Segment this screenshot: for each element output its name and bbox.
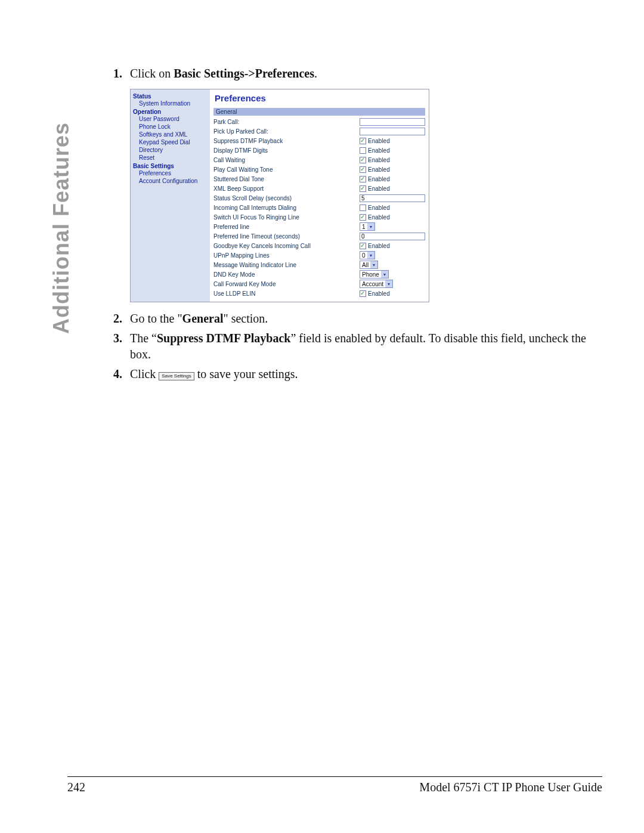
text-bold: Suppress DTMF Playback bbox=[157, 332, 290, 345]
checkbox-suppress-dtmf-playback[interactable] bbox=[360, 138, 366, 144]
row-play-call-waiting-tone: Play Call Waiting Tone Enabled bbox=[213, 165, 425, 174]
input-park-call[interactable] bbox=[360, 118, 425, 126]
checkbox-label: Enabled bbox=[368, 243, 390, 249]
checkbox-stuttered-dial-tone[interactable] bbox=[360, 176, 366, 182]
label-suppress-dtmf-playback: Suppress DTMF Playback bbox=[213, 138, 360, 144]
label-upnp-mapping-lines: UPnP Mapping Lines bbox=[213, 252, 360, 259]
label-xml-beep-support: XML Beep Support bbox=[213, 185, 360, 192]
text-bold: General bbox=[182, 312, 224, 325]
checkbox-label: Enabled bbox=[368, 176, 390, 182]
nav-item-account-configuration[interactable]: Account Configuration bbox=[139, 177, 208, 185]
row-call-waiting: Call Waiting Enabled bbox=[213, 155, 425, 165]
text-fragment: Go to the " bbox=[130, 312, 182, 325]
checkbox-xml-beep-support[interactable] bbox=[360, 185, 366, 192]
checkbox-label: Enabled bbox=[368, 147, 390, 154]
row-stuttered-dial-tone: Stuttered Dial Tone Enabled bbox=[213, 174, 425, 184]
checkbox-incoming-call-interrupts-dialing[interactable] bbox=[360, 205, 366, 211]
step-number: 3. bbox=[113, 330, 130, 363]
label-switch-ui-focus: Switch UI Focus To Ringing Line bbox=[213, 214, 360, 221]
row-suppress-dtmf-playback: Suppress DTMF Playback Enabled bbox=[213, 136, 425, 145]
nav-section-basic-settings: Basic Settings bbox=[133, 163, 208, 169]
label-use-lldp-elin: Use LLDP ELIN bbox=[213, 290, 360, 297]
label-display-dtmf-digits: Display DTMF Digits bbox=[213, 147, 360, 154]
checkbox-display-dtmf-digits[interactable] bbox=[360, 147, 366, 154]
chevron-down-icon: ▾ bbox=[367, 223, 374, 230]
input-preferred-line-timeout[interactable]: 0 bbox=[360, 233, 425, 240]
preferences-panel: Preferences General Park Call: Pick Up P… bbox=[210, 89, 429, 302]
select-preferred-line[interactable]: 1▾ bbox=[360, 222, 375, 231]
step-number: 1. bbox=[113, 66, 130, 82]
instruction-list: 1. Click on Basic Settings->Preferences. bbox=[113, 66, 602, 82]
row-display-dtmf-digits: Display DTMF Digits Enabled bbox=[213, 145, 425, 155]
save-settings-button[interactable]: Save Settings bbox=[159, 372, 194, 380]
page: Additional Features 1. Click on Basic Se… bbox=[0, 0, 644, 833]
step-text: Click Save Settings to save your setting… bbox=[130, 366, 298, 382]
row-park-call: Park Call: bbox=[213, 117, 425, 126]
step-number: 4. bbox=[113, 366, 130, 382]
nav-item-preferences[interactable]: Preferences bbox=[139, 169, 208, 177]
page-footer: 242 Model 6757i CT IP Phone User Guide bbox=[67, 776, 602, 794]
label-stuttered-dial-tone: Stuttered Dial Tone bbox=[213, 176, 360, 182]
checkbox-call-waiting[interactable] bbox=[360, 157, 366, 163]
text-fragment: The “ bbox=[130, 332, 157, 345]
select-value: Phone bbox=[362, 271, 379, 278]
nav-item-system-information[interactable]: System Information bbox=[139, 100, 208, 107]
checkbox-play-call-waiting-tone[interactable] bbox=[360, 166, 366, 173]
row-switch-ui-focus: Switch UI Focus To Ringing Line Enabled bbox=[213, 212, 425, 222]
checkbox-label: Enabled bbox=[368, 214, 390, 221]
checkbox-label: Enabled bbox=[368, 166, 390, 173]
nav-item-keypad-speed-dial[interactable]: Keypad Speed Dial bbox=[139, 138, 208, 146]
nav-item-user-password[interactable]: User Password bbox=[139, 115, 208, 123]
row-status-scroll-delay: Status Scroll Delay (seconds) 5 bbox=[213, 193, 425, 203]
text-fragment: Click on bbox=[130, 67, 174, 80]
row-mwi-line: Message Waiting Indicator Line All▾ bbox=[213, 260, 425, 270]
row-upnp-mapping-lines: UPnP Mapping Lines 0▾ bbox=[213, 250, 425, 260]
checkbox-switch-ui-focus[interactable] bbox=[360, 214, 366, 221]
nav-section-operation: Operation bbox=[133, 109, 208, 115]
input-pick-up-parked-call[interactable] bbox=[360, 128, 425, 135]
label-status-scroll-delay: Status Scroll Delay (seconds) bbox=[213, 195, 360, 202]
text-fragment: Click bbox=[130, 367, 159, 380]
checkbox-label: Enabled bbox=[368, 185, 390, 192]
select-dnd-key-mode[interactable]: Phone▾ bbox=[360, 270, 389, 278]
select-mwi-line[interactable]: All▾ bbox=[360, 261, 378, 269]
label-incoming-call-interrupts-dialing: Incoming Call Interrupts Dialing bbox=[213, 205, 360, 211]
checkbox-use-lldp-elin[interactable] bbox=[360, 290, 366, 297]
panel-title: Preferences bbox=[215, 93, 425, 103]
guide-title: Model 6757i CT IP Phone User Guide bbox=[419, 781, 602, 794]
row-preferred-line-timeout: Preferred line Timeout (seconds) 0 bbox=[213, 231, 425, 241]
row-preferred-line: Preferred line 1▾ bbox=[213, 222, 425, 231]
select-value: 1 bbox=[362, 224, 366, 230]
label-call-forward-key-mode: Call Forward Key Mode bbox=[213, 281, 360, 287]
nav-item-softkeys-xml[interactable]: Softkeys and XML bbox=[139, 131, 208, 138]
input-status-scroll-delay[interactable]: 5 bbox=[360, 194, 425, 202]
nav-item-phone-lock[interactable]: Phone Lock bbox=[139, 123, 208, 131]
instruction-step-2: 2. Go to the "General" section. bbox=[113, 311, 602, 327]
page-number: 242 bbox=[67, 781, 85, 794]
checkbox-label: Enabled bbox=[368, 138, 390, 144]
nav-sidebar: Status System Information Operation User… bbox=[131, 89, 210, 302]
text-fragment: " section. bbox=[223, 312, 268, 325]
checkbox-label: Enabled bbox=[368, 290, 390, 297]
instruction-step-3: 3. The “Suppress DTMF Playback” field is… bbox=[113, 330, 602, 363]
label-call-waiting: Call Waiting bbox=[213, 157, 360, 163]
select-call-forward-key-mode[interactable]: Account▾ bbox=[360, 280, 393, 288]
nav-section-status: Status bbox=[133, 93, 208, 100]
text-bold: Basic Settings->Preferences bbox=[174, 67, 314, 80]
label-dnd-key-mode: DND Key Mode bbox=[213, 271, 360, 278]
select-value: 0 bbox=[362, 252, 366, 259]
checkbox-goodbye-key-cancels[interactable] bbox=[360, 243, 366, 249]
section-header-general: General bbox=[213, 108, 425, 116]
row-use-lldp-elin: Use LLDP ELIN Enabled bbox=[213, 289, 425, 298]
step-text: Click on Basic Settings->Preferences. bbox=[130, 66, 317, 82]
nav-item-reset[interactable]: Reset bbox=[139, 154, 208, 162]
screenshot-inner: Status System Information Operation User… bbox=[131, 89, 429, 302]
nav-item-directory[interactable]: Directory bbox=[139, 146, 208, 154]
label-preferred-line-timeout: Preferred line Timeout (seconds) bbox=[213, 233, 360, 240]
chevron-down-icon: ▾ bbox=[381, 271, 388, 278]
main-content: 1. Click on Basic Settings->Preferences.… bbox=[113, 66, 602, 386]
select-upnp-mapping-lines[interactable]: 0▾ bbox=[360, 251, 375, 259]
label-goodbye-key-cancels: Goodbye Key Cancels Incoming Call bbox=[213, 243, 360, 249]
select-value: Account bbox=[362, 281, 383, 287]
row-dnd-key-mode: DND Key Mode Phone▾ bbox=[213, 270, 425, 279]
